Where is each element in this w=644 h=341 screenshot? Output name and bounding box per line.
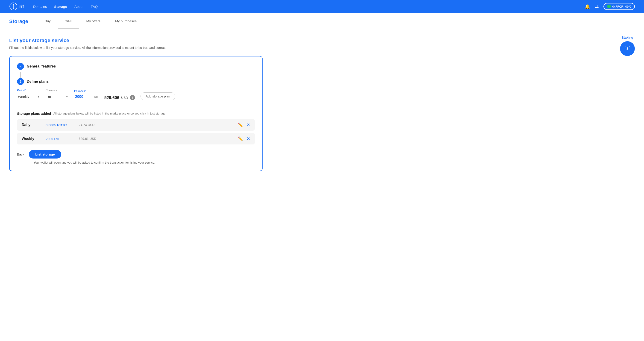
- plan-edit-button-daily[interactable]: ✏️: [238, 122, 243, 128]
- logo[interactable]: rif: [9, 2, 24, 10]
- plan-period-weekly: Weekly: [22, 137, 40, 141]
- currency-field-group: Currency RIF RBTC ▾: [46, 89, 69, 100]
- currency-select-wrapper: RIF RBTC ▾: [46, 93, 69, 100]
- plan-amount-daily: 0.0005 RBTC: [46, 123, 73, 127]
- navbar-links: Domains Storage About FAQ: [33, 4, 584, 8]
- period-select[interactable]: Daily Weekly Monthly Yearly: [17, 93, 40, 100]
- step-connector: [20, 72, 21, 78]
- dollar-sign-icon: $: [624, 46, 631, 52]
- plans-added-description: All storage plans below will be listed i…: [54, 112, 166, 115]
- currency-select[interactable]: RIF RBTC: [46, 93, 69, 100]
- price-unit: RIF: [94, 95, 99, 98]
- price-usd-currency: USD: [121, 96, 128, 100]
- nav-about[interactable]: About: [74, 4, 84, 8]
- list-storage-button[interactable]: List storage: [29, 150, 61, 158]
- plan-row-weekly: Weekly 2000 RIF 529.61 USD ✏️ ✕: [17, 133, 255, 144]
- svg-point-3: [13, 8, 14, 9]
- nav-faq[interactable]: FAQ: [91, 4, 98, 8]
- price-usd-display: 529.606 USD i: [104, 95, 135, 100]
- form-card: ✓ General features 2 Define plans Period…: [9, 56, 262, 171]
- svg-text:$: $: [626, 47, 628, 50]
- info-icon[interactable]: i: [130, 95, 135, 100]
- tab-buy[interactable]: Buy: [37, 14, 58, 29]
- nav-domains[interactable]: Domains: [33, 4, 47, 8]
- transfer-button[interactable]: ⇄: [595, 4, 599, 9]
- tabs-header: Storage Buy Sell My offers My purchases: [0, 13, 644, 30]
- form-actions: Back List storage: [17, 150, 255, 158]
- transfer-icon: ⇄: [595, 4, 599, 9]
- navbar-right: 🔔 ⇄ ✓ 0xFFCF...09f0: [584, 3, 635, 10]
- logo-text: rif: [19, 4, 24, 9]
- plan-delete-button-daily[interactable]: ✕: [247, 122, 250, 128]
- plan-actions-weekly: ✏️ ✕: [238, 136, 250, 141]
- step1-label: General features: [27, 64, 56, 68]
- period-label: Period*: [17, 89, 40, 92]
- plan-usd-daily: 24.74 USD: [79, 123, 232, 127]
- price-input-wrapper: RIF: [74, 94, 99, 100]
- price-label: Price/GB*: [74, 89, 99, 92]
- price-input[interactable]: [74, 94, 92, 100]
- price-usd-value: 529.606: [104, 96, 119, 100]
- staking-button[interactable]: $: [620, 41, 635, 56]
- section-desc: Fill out the fields below to list your s…: [9, 46, 184, 50]
- main-area: Staking $ List your storage service Fill…: [0, 30, 644, 178]
- plan-row-daily: Daily 0.0005 RBTC 24.74 USD ✏️ ✕: [17, 119, 255, 131]
- currency-label: Currency: [46, 89, 69, 92]
- tab-my-purchases[interactable]: My purchases: [108, 14, 144, 29]
- tabs-nav: Buy Sell My offers My purchases: [37, 14, 635, 29]
- step2-row: 2 Define plans: [17, 78, 255, 85]
- navbar: rif Domains Storage About FAQ 🔔 ⇄ ✓ 0xFF…: [0, 0, 644, 13]
- price-field-group: Price/GB* RIF: [74, 89, 99, 100]
- step2-number: 2: [17, 78, 24, 85]
- plan-edit-button-weekly[interactable]: ✏️: [238, 136, 243, 141]
- wallet-button[interactable]: ✓ 0xFFCF...09f0: [604, 3, 635, 10]
- plan-actions-daily: ✏️ ✕: [238, 122, 250, 128]
- step1-row: ✓ General features: [17, 63, 255, 70]
- period-field-group: Period* Daily Weekly Monthly Yearly ▾: [17, 89, 40, 100]
- plan-period-daily: Daily: [22, 123, 40, 127]
- plan-amount-weekly: 2000 RIF: [46, 137, 73, 141]
- staking-widget: Staking $: [620, 36, 635, 56]
- define-plans-section: Period* Daily Weekly Monthly Yearly ▾: [17, 89, 255, 100]
- tab-sell[interactable]: Sell: [58, 14, 79, 29]
- step2-label: Define plans: [27, 80, 48, 84]
- back-button[interactable]: Back: [17, 152, 24, 156]
- plans-added-header: Storage plans added All storage plans be…: [17, 112, 255, 116]
- nav-storage[interactable]: Storage: [54, 4, 67, 8]
- notification-button[interactable]: 🔔: [584, 4, 590, 9]
- staking-label: Staking: [622, 36, 634, 40]
- plans-added-title: Storage plans added: [17, 112, 51, 116]
- wallet-check-icon: ✓: [607, 4, 611, 8]
- page-content: Storage Buy Sell My offers My purchases …: [0, 13, 644, 341]
- section-divider: [17, 106, 255, 106]
- fields-row: Period* Daily Weekly Monthly Yearly ▾: [17, 89, 255, 100]
- wallet-address: 0xFFCF...09f0: [612, 5, 631, 8]
- bell-icon: 🔔: [584, 4, 590, 9]
- plan-delete-button-weekly[interactable]: ✕: [247, 136, 250, 141]
- period-select-wrapper: Daily Weekly Monthly Yearly ▾: [17, 93, 40, 100]
- step1-check-icon: ✓: [17, 63, 24, 70]
- wallet-note: Your wallet will open and you will be as…: [34, 161, 255, 164]
- section-title: List your storage service: [9, 38, 635, 44]
- add-storage-plan-button[interactable]: Add storage plan: [140, 92, 176, 100]
- plan-usd-weekly: 529.61 USD: [79, 137, 232, 140]
- page-title: Storage: [9, 13, 37, 30]
- tab-my-offers[interactable]: My offers: [79, 14, 108, 29]
